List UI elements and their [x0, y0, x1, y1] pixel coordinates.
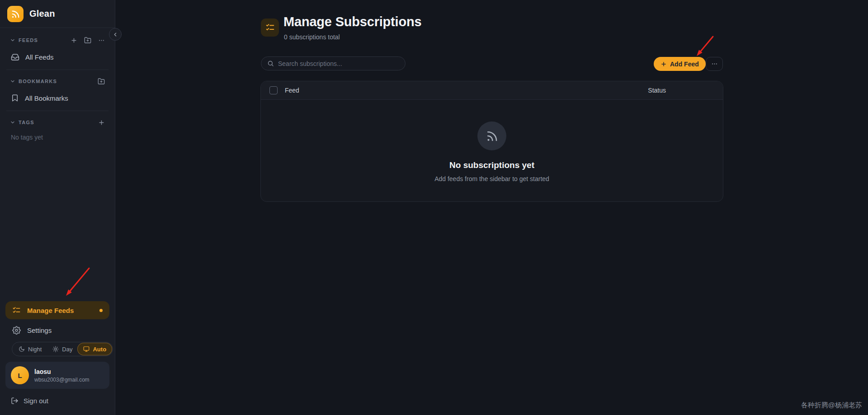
sidebar-divider — [6, 70, 108, 70]
checklist-icon — [12, 306, 21, 315]
plus-icon — [660, 61, 667, 67]
search-icon — [267, 60, 274, 67]
user-card[interactable]: L laosu wbsu2003@gmail.com — [5, 362, 109, 389]
dots-horizontal-icon — [711, 61, 718, 67]
sign-out-button[interactable]: Sign out — [5, 392, 109, 409]
select-all-checkbox[interactable] — [269, 86, 278, 94]
active-indicator-dot — [99, 309, 103, 312]
search-box — [261, 56, 406, 70]
sidebar-item-manage-feeds[interactable]: Manage Feeds — [5, 301, 109, 319]
column-header-feed: Feed — [285, 87, 299, 94]
theme-toggle: Night Day Auto — [12, 342, 113, 356]
chevron-down-icon — [10, 120, 15, 125]
sidebar-collapse-button[interactable] — [109, 28, 122, 41]
empty-state-title: No subscriptions yet — [449, 160, 534, 170]
feeds-more-icon[interactable] — [98, 37, 105, 44]
add-feed-icon[interactable] — [71, 37, 77, 44]
sidebar-bottom: Manage Feeds Settings Night Day — [0, 301, 115, 415]
subscriptions-table: Feed Status No subscriptions yet Add fee… — [260, 81, 723, 202]
sidebar: Glean FEEDS All F — [0, 0, 115, 415]
empty-state: No subscriptions yet Add feeds from the … — [261, 100, 723, 182]
add-feed-label: Add Feed — [670, 61, 699, 68]
theme-option-auto[interactable]: Auto — [78, 343, 112, 355]
user-name: laosu — [34, 368, 90, 375]
app-title: Glean — [29, 9, 55, 19]
user-email: wbsu2003@gmail.com — [34, 377, 90, 383]
bookmark-icon — [11, 94, 19, 102]
tags-empty-text: No tags yet — [6, 130, 108, 141]
add-feed-button[interactable]: Add Feed — [654, 57, 706, 71]
feeds-section-label: FEEDS — [19, 37, 38, 43]
theme-option-night[interactable]: Night — [13, 343, 47, 355]
annotation-arrow-add-feed — [691, 33, 718, 61]
sidebar-sections: FEEDS All Feeds — [0, 28, 115, 141]
avatar: L — [11, 366, 29, 384]
logout-icon — [11, 397, 19, 405]
page-checklist-icon — [261, 19, 279, 37]
chevron-down-icon — [10, 37, 15, 43]
theme-night-label: Night — [28, 346, 42, 353]
watermark-text: 各种折腾@杨浦老苏 — [801, 401, 862, 410]
page-title: Manage Subscriptions — [283, 14, 421, 29]
sidebar-item-all-feeds[interactable]: All Feeds — [6, 48, 108, 66]
rss-icon — [477, 121, 506, 150]
page-subtitle: 0 subscriptions total — [284, 33, 340, 41]
search-input[interactable] — [278, 60, 399, 67]
table-header-row: Feed Status — [261, 81, 723, 100]
theme-option-day[interactable]: Day — [47, 343, 78, 355]
feeds-section-header[interactable]: FEEDS — [6, 33, 108, 48]
gear-icon — [12, 326, 21, 335]
tags-section-header[interactable]: TAGS — [6, 115, 108, 130]
sidebar-item-all-bookmarks[interactable]: All Bookmarks — [6, 89, 108, 107]
inbox-icon — [11, 53, 19, 61]
sign-out-label: Sign out — [24, 397, 48, 405]
chevron-left-icon — [113, 32, 118, 37]
sidebar-item-settings[interactable]: Settings — [5, 321, 109, 339]
empty-state-subtitle: Add feeds from the sidebar to get starte… — [434, 175, 549, 182]
tags-section-label: TAGS — [19, 120, 34, 125]
monitor-icon — [83, 346, 90, 352]
app-logo-rss-icon — [7, 6, 24, 22]
manage-feeds-label: Manage Feeds — [27, 307, 74, 314]
sidebar-divider — [6, 111, 108, 111]
sidebar-item-label: All Feeds — [25, 53, 54, 61]
chevron-down-icon — [10, 79, 15, 84]
settings-label: Settings — [27, 326, 52, 334]
new-bookmark-folder-icon[interactable] — [98, 78, 105, 85]
bookmarks-section-header[interactable]: BOOKMARKS — [6, 74, 108, 89]
theme-day-label: Day — [62, 346, 72, 353]
more-options-button[interactable] — [706, 57, 723, 71]
theme-auto-label: Auto — [93, 346, 106, 353]
moon-icon — [19, 346, 25, 352]
new-folder-icon[interactable] — [84, 37, 91, 44]
app-header: Glean — [0, 0, 115, 28]
bookmarks-section-label: BOOKMARKS — [19, 79, 57, 84]
sun-icon — [52, 346, 59, 352]
column-header-status: Status — [648, 87, 666, 94]
add-tag-icon[interactable] — [98, 119, 105, 126]
sidebar-item-label: All Bookmarks — [25, 94, 68, 102]
